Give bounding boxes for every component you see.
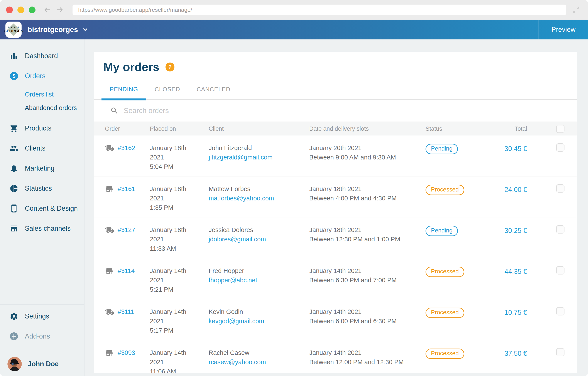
placed-on-cell: January 14th20215:17 PM <box>150 307 209 335</box>
sidebar-item-marketing[interactable]: Marketing <box>0 161 84 175</box>
window-controls <box>6 7 35 13</box>
workspace-name: bistrotgeorges <box>28 25 78 34</box>
column-header-placed-on: Placed on <box>150 126 209 132</box>
sidebar-item-dashboard[interactable]: Dashboard <box>0 49 84 63</box>
status-badge: Pending <box>426 144 458 154</box>
total-amount: 10,75 € <box>486 307 527 317</box>
workspace-switcher[interactable]: bistrotgeorges <box>28 25 88 34</box>
table-row: #3114January 14th20215:21 PMFred Hopperf… <box>94 258 577 299</box>
sidebar-item-label: Orders <box>25 72 45 80</box>
row-checkbox[interactable] <box>556 307 565 315</box>
sidebar-item-label: Statistics <box>25 184 52 192</box>
row-checkbox[interactable] <box>556 266 565 274</box>
delivery-line: Between 6:30 PM and 7:00 PM <box>309 276 426 285</box>
svg-text:?: ? <box>168 64 172 70</box>
delivery-cell: January 14th 2021Between 6:00 PM and 6:3… <box>309 307 426 326</box>
sidebar-item-sales-channels[interactable]: Sales channels <box>0 222 84 236</box>
tab-closed[interactable]: CLOSED <box>146 80 188 99</box>
app-header: BISTROT GEORGES bistrotgeorges Preview <box>0 20 588 39</box>
tab-pending[interactable]: PENDING <box>102 80 146 99</box>
order-number-link[interactable]: #3161 <box>118 184 135 194</box>
sidebar-item-products[interactable]: Products <box>0 121 84 135</box>
order-number-link[interactable]: #3127 <box>118 225 135 235</box>
truck-icon <box>105 144 114 152</box>
row-checkbox[interactable] <box>556 225 565 234</box>
placed-on-cell: January 18th202111:33 AM <box>150 225 209 253</box>
placed-on-line: 2021 <box>150 194 209 203</box>
row-checkbox[interactable] <box>556 348 565 356</box>
profile-button[interactable]: John Doe <box>0 352 84 376</box>
browser-window: https://www.goodbarber.app/reseller/mana… <box>0 0 588 376</box>
client-email-link[interactable]: jdolores@gmail.com <box>209 235 309 244</box>
placed-on-cell: January 18th20215:04 PM <box>150 143 209 172</box>
sidebar-item-label: Products <box>25 124 51 132</box>
forward-arrow-icon[interactable] <box>55 5 64 14</box>
order-number-link[interactable]: #3162 <box>118 143 135 153</box>
delivery-line: Between 12:30 PM and 1:00 PM <box>309 235 426 244</box>
order-number-link[interactable]: #3114 <box>118 266 135 276</box>
client-email-link[interactable]: fhopper@abc.net <box>209 276 309 285</box>
sidebar-subitem-abandoned-orders[interactable]: Abandoned orders <box>0 102 84 114</box>
placed-on-line: 1:35 PM <box>150 203 209 212</box>
help-icon[interactable]: ? <box>165 62 175 72</box>
sidebar-item-content-design[interactable]: Content & Design <box>0 202 84 215</box>
sidebar-item-add-ons[interactable]: Add-ons <box>0 329 84 343</box>
sidebar-item-label: Marketing <box>25 164 54 172</box>
column-header-delivery-slots: Date and delivery slots <box>309 126 426 132</box>
sidebar: Dashboard$OrdersOrders listAbandoned ord… <box>0 39 84 376</box>
client-cell: Jessica Doloresjdolores@gmail.com <box>209 225 309 244</box>
select-all-checkbox[interactable] <box>556 125 565 133</box>
logo-text-top: BISTROT <box>4 26 23 29</box>
row-checkbox[interactable] <box>556 184 565 193</box>
client-email-link[interactable]: j.fitzgerald@gmail.com <box>209 153 309 162</box>
status-cell: Processed <box>426 348 486 359</box>
tab-canceled[interactable]: CANCELED <box>188 80 239 99</box>
address-bar[interactable]: https://www.goodbarber.app/reseller/mana… <box>73 5 566 15</box>
sidebar-bottom-nav: SettingsAdd-ons <box>0 305 84 352</box>
truck-icon <box>105 308 114 316</box>
total-amount: 37,50 € <box>486 348 527 358</box>
client-name: Rachel Casew <box>209 348 309 357</box>
column-header-total: Total <box>486 126 527 132</box>
order-tabs: PENDINGCLOSEDCANCELED <box>94 80 577 100</box>
sidebar-item-orders[interactable]: $Orders <box>0 69 84 83</box>
client-name: Jessica Dolores <box>209 225 309 235</box>
back-arrow-icon[interactable] <box>43 5 52 14</box>
client-email-link[interactable]: rcasew@yahoo.com <box>209 357 309 367</box>
dollar-circle-icon: $ <box>10 72 18 80</box>
placed-on-line: 11:06 AM <box>150 367 209 373</box>
expand-icon[interactable] <box>572 6 580 14</box>
delivery-cell: January 14th 2021Between 6:30 PM and 7:0… <box>309 266 426 285</box>
client-email-link[interactable]: ma.forbes@yahoo.com <box>209 194 309 203</box>
total-amount: 30,45 € <box>486 143 527 153</box>
sidebar-item-label: Dashboard <box>25 52 58 60</box>
minimize-window-button[interactable] <box>17 7 24 13</box>
table-header: OrderPlaced onClientDate and delivery sl… <box>94 122 577 136</box>
sidebar-item-settings[interactable]: Settings <box>0 309 84 323</box>
order-number-link[interactable]: #3111 <box>118 307 134 317</box>
order-number-link[interactable]: #3093 <box>118 348 135 357</box>
sidebar-subitem-orders-list[interactable]: Orders list <box>0 88 84 100</box>
storefront-icon <box>10 224 18 233</box>
sidebar-bottom: SettingsAdd-ons <box>0 304 84 376</box>
preview-button[interactable]: Preview <box>539 20 588 39</box>
delivery-line: Between 4:00 PM and 4:30 PM <box>309 194 426 203</box>
placed-on-line: January 18th <box>150 184 209 194</box>
close-window-button[interactable] <box>6 7 13 13</box>
search-input[interactable] <box>123 106 568 115</box>
placed-on-line: 5:17 PM <box>150 326 209 335</box>
sidebar-item-statistics[interactable]: Statistics <box>0 182 84 195</box>
order-cell: #3111 <box>105 307 150 317</box>
browser-toolbar: https://www.goodbarber.app/reseller/mana… <box>0 0 588 20</box>
client-email-link[interactable]: kevgod@gmail.com <box>209 317 309 326</box>
orders-card: My orders ? PENDINGCLOSEDCANCELED OrderP… <box>94 52 577 373</box>
search-icon <box>110 107 118 115</box>
placed-on-cell: January 14th202111:06 AM <box>150 348 209 373</box>
column-header-order: Order <box>105 126 150 132</box>
delivery-line: January 18th 2021 <box>309 225 426 235</box>
client-cell: Fred Hopperfhopper@abc.net <box>209 266 309 285</box>
row-checkbox[interactable] <box>556 143 565 152</box>
sidebar-item-clients[interactable]: Clients <box>0 141 84 155</box>
placed-on-line: January 18th <box>150 143 209 153</box>
zoom-window-button[interactable] <box>29 7 35 13</box>
